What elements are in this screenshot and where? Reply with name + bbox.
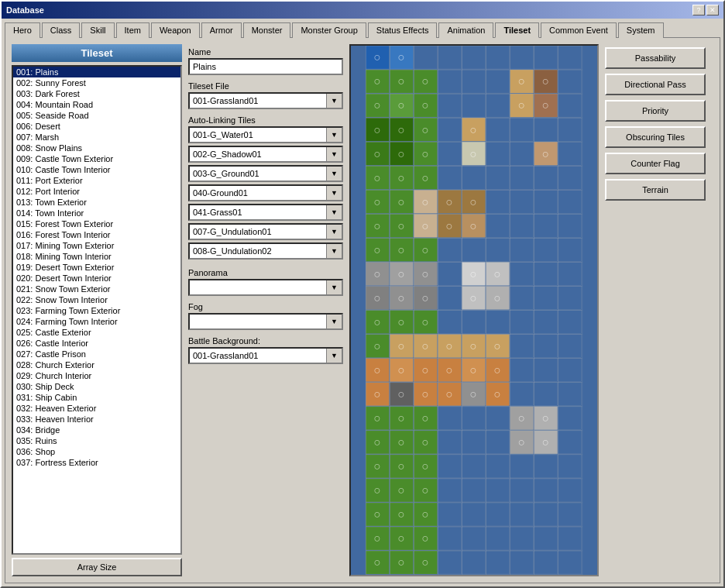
tab-status-effects[interactable]: Status Effects <box>368 22 438 38</box>
auto-link-arrow-4[interactable]: ▼ <box>326 205 342 219</box>
list-item[interactable]: 020: Desert Town Interior <box>13 273 180 284</box>
list-item[interactable]: 029: Church Interior <box>13 370 180 381</box>
list-item[interactable]: 037: Fortress Exterior <box>13 457 180 468</box>
auto-link-arrow-1[interactable]: ▼ <box>326 147 342 161</box>
tab-animation[interactable]: Animation <box>438 22 493 38</box>
list-item[interactable]: 015: Forest Town Exterior <box>13 218 180 229</box>
svg-rect-187 <box>534 359 558 382</box>
auto-link-dropdown-6[interactable]: 008-G_Undulation02▼ <box>188 242 343 260</box>
priority-button[interactable]: Priority <box>605 100 706 122</box>
list-item[interactable]: 018: Mining Town Interior <box>13 251 180 262</box>
window-title: Database <box>6 5 44 15</box>
list-item[interactable]: 026: Castle Interior <box>13 338 180 349</box>
auto-link-dropdown-1[interactable]: 002-G_Shadow01▼ <box>188 146 343 163</box>
list-item[interactable]: 023: Farming Town Exterior <box>13 305 180 316</box>
svg-rect-171 <box>510 335 534 358</box>
list-item[interactable]: 019: Desert Town Exterior <box>13 262 180 273</box>
list-item[interactable]: 011: Port Exterior <box>13 175 180 186</box>
svg-rect-34 <box>486 94 510 117</box>
auto-link-arrow-2[interactable]: ▼ <box>326 167 342 181</box>
auto-link-dropdown-3[interactable]: 040-Ground01▼ <box>188 184 343 201</box>
tab-monster[interactable]: Monster <box>243 22 291 38</box>
tab-common-event[interactable]: Common Event <box>541 22 617 38</box>
svg-rect-277 <box>510 527 534 550</box>
name-input[interactable] <box>188 58 343 75</box>
auto-link-dropdown-5[interactable]: 007-G_Undulation01▼ <box>188 223 343 240</box>
list-item[interactable]: 001: Plains <box>13 67 180 77</box>
directional-pass-button[interactable]: Directional Pass <box>605 74 706 95</box>
panorama-arrow[interactable]: ▼ <box>326 280 342 294</box>
counter-flag-button[interactable]: Counter Flag <box>605 153 706 174</box>
tab-class[interactable]: Class <box>42 22 81 38</box>
list-item[interactable]: 032: Heaven Exterior <box>13 403 180 414</box>
obscuring-tiles-button[interactable]: Obscuring Tiles <box>605 126 706 148</box>
svg-text:○: ○ <box>397 147 404 160</box>
tileset-display[interactable]: ○○○○○○○○○○○○○○○○○○○○○○○○○○○○○○○○○○○○○○○○… <box>349 44 599 576</box>
list-item[interactable]: 008: Snow Plains <box>13 143 180 153</box>
svg-rect-276 <box>486 527 510 550</box>
svg-rect-7 <box>462 46 485 69</box>
tab-system[interactable]: System <box>618 22 664 38</box>
svg-text:○: ○ <box>541 435 548 449</box>
battle-bg-arrow[interactable]: ▼ <box>326 349 342 363</box>
list-item[interactable]: 033: Heaven Interior <box>13 414 180 425</box>
list-item[interactable]: 016: Forest Town Interior <box>13 229 180 240</box>
svg-text:○: ○ <box>373 74 380 88</box>
list-item[interactable]: 024: Farming Town Interior <box>13 316 180 327</box>
tab-tileset[interactable]: Tileset <box>495 22 539 38</box>
tileset-list[interactable]: 001: Plains002: Sunny Forest003: Dark Fo… <box>12 65 182 555</box>
list-item[interactable]: 036: Shop <box>13 446 180 457</box>
list-item[interactable]: 028: Church Exterior <box>13 359 180 370</box>
tab-skill[interactable]: Skill <box>81 22 114 38</box>
list-item[interactable]: 006: Desert <box>13 121 180 132</box>
svg-rect-115 <box>486 238 510 261</box>
list-item[interactable]: 017: Mining Town Exterior <box>13 240 180 251</box>
tab-item[interactable]: Item <box>116 22 149 38</box>
list-item[interactable]: 010: Castle Town Interior <box>13 164 180 175</box>
auto-link-arrow-3[interactable]: ▼ <box>326 186 342 200</box>
auto-link-dropdown-0[interactable]: 001-G_Water01▼ <box>188 126 343 143</box>
svg-rect-254 <box>534 479 558 502</box>
tab-monster-group[interactable]: Monster Group <box>292 22 366 38</box>
list-item[interactable]: 013: Town Exterior <box>13 197 180 208</box>
tab-armor[interactable]: Armor <box>201 22 242 38</box>
panorama-dropdown[interactable]: ▼ <box>188 279 343 296</box>
auto-link-dropdown-4[interactable]: 041-Grass01▼ <box>188 204 343 221</box>
terrain-button[interactable]: Terrain <box>605 179 706 201</box>
fog-dropdown[interactable]: ▼ <box>188 313 343 330</box>
list-item[interactable]: 002: Sunny Forest <box>13 77 180 88</box>
auto-link-arrow-0[interactable]: ▼ <box>326 128 342 142</box>
list-item[interactable]: 009: Castle Town Exterior <box>13 153 180 164</box>
auto-link-arrow-5[interactable]: ▼ <box>326 225 342 239</box>
list-item[interactable]: 004: Mountain Road <box>13 99 180 110</box>
list-item[interactable]: 003: Dark Forest <box>13 88 180 99</box>
list-item[interactable]: 027: Castle Prison <box>13 349 180 359</box>
list-item[interactable]: 005: Seaside Road <box>13 110 180 121</box>
list-item[interactable]: 014: Town Interior <box>13 208 180 218</box>
list-item[interactable]: 031: Ship Cabin <box>13 392 180 403</box>
svg-rect-278 <box>534 527 558 550</box>
help-button[interactable]: ? <box>692 5 705 15</box>
list-item[interactable]: 034: Bridge <box>13 425 180 435</box>
fog-arrow[interactable]: ▼ <box>326 315 342 328</box>
close-button[interactable]: ✕ <box>706 5 719 15</box>
array-size-button[interactable]: Array Size <box>12 558 182 576</box>
list-item[interactable]: 030: Ship Deck <box>13 381 180 392</box>
tileset-file-arrow[interactable]: ▼ <box>326 94 342 108</box>
list-item[interactable]: 022: Snow Town Interior <box>13 294 180 305</box>
svg-text:○: ○ <box>421 243 428 256</box>
tab-weapon[interactable]: Weapon <box>151 22 200 38</box>
list-item[interactable]: 035: Ruins <box>13 435 180 446</box>
tab-hero[interactable]: Hero <box>5 22 40 38</box>
svg-text:○: ○ <box>517 435 524 449</box>
auto-link-dropdown-2[interactable]: 003-G_Ground01▼ <box>188 165 343 182</box>
passability-button[interactable]: Passability <box>605 47 706 69</box>
auto-link-arrow-6[interactable]: ▼ <box>326 244 342 258</box>
battle-bg-dropdown[interactable]: 001-Grassland01 ▼ <box>188 347 343 364</box>
svg-text:○: ○ <box>373 147 380 160</box>
tileset-file-dropdown[interactable]: 001-Grassland01 ▼ <box>188 92 343 109</box>
list-item[interactable]: 007: Marsh <box>13 132 180 143</box>
list-item[interactable]: 012: Port Interior <box>13 186 180 197</box>
list-item[interactable]: 021: Snow Town Exterior <box>13 284 180 294</box>
list-item[interactable]: 025: Castle Exterior <box>13 327 180 338</box>
